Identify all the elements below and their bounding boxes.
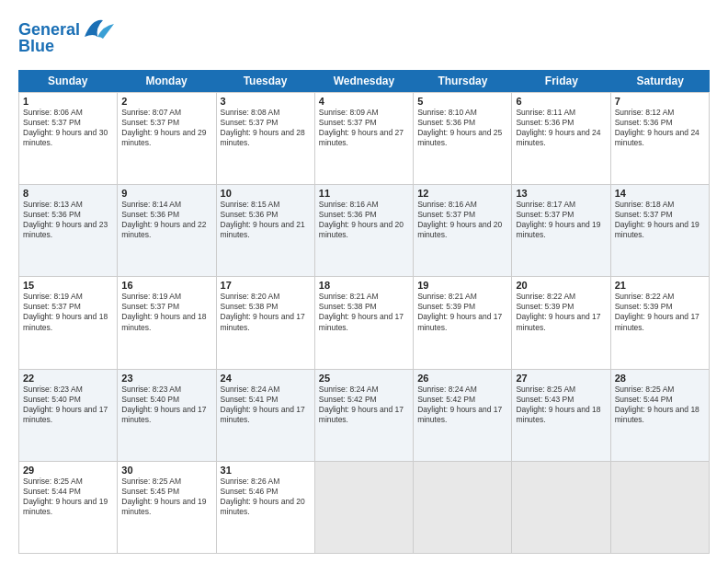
sunrise: Sunrise: 8:16 AM [417, 200, 507, 210]
sunrise: Sunrise: 8:14 AM [121, 200, 211, 210]
sunrise: Sunrise: 8:22 AM [516, 292, 606, 302]
sunrise: Sunrise: 8:13 AM [23, 200, 113, 210]
calendar-cell: 16Sunrise: 8:19 AMSunset: 5:37 PMDayligh… [118, 277, 216, 369]
daylight: Daylight: 9 hours and 18 minutes. [516, 405, 606, 425]
header-day-saturday: Saturday [611, 70, 710, 92]
sunrise: Sunrise: 8:06 AM [23, 108, 113, 118]
day-number: 25 [319, 373, 409, 384]
calendar-cell [611, 462, 710, 554]
sunrise: Sunrise: 8:10 AM [417, 108, 507, 118]
sunset: Sunset: 5:39 PM [516, 302, 606, 312]
calendar-cell: 7Sunrise: 8:12 AMSunset: 5:36 PMDaylight… [611, 93, 710, 185]
day-number: 26 [417, 373, 507, 384]
daylight: Daylight: 9 hours and 30 minutes. [23, 128, 113, 148]
sunrise: Sunrise: 8:19 AM [23, 292, 113, 302]
daylight: Daylight: 9 hours and 25 minutes. [417, 128, 507, 148]
day-number: 16 [121, 280, 211, 291]
sunrise: Sunrise: 8:25 AM [615, 385, 705, 395]
calendar-row: 8Sunrise: 8:13 AMSunset: 5:36 PMDaylight… [19, 185, 710, 277]
sunset: Sunset: 5:37 PM [23, 118, 113, 128]
page: General Blue SundayMondayTuesdayWednesda… [0, 0, 728, 563]
daylight: Daylight: 9 hours and 20 minutes. [221, 497, 311, 517]
calendar-cell: 13Sunrise: 8:17 AMSunset: 5:37 PMDayligh… [512, 185, 610, 277]
sunset: Sunset: 5:40 PM [121, 395, 211, 405]
day-number: 31 [221, 465, 311, 476]
day-number: 30 [121, 465, 211, 476]
sunrise: Sunrise: 8:07 AM [121, 108, 211, 118]
sunset: Sunset: 5:45 PM [121, 487, 211, 497]
daylight: Daylight: 9 hours and 20 minutes. [319, 220, 409, 240]
day-number: 22 [23, 373, 113, 384]
sunset: Sunset: 5:44 PM [615, 395, 705, 405]
calendar-cell: 6Sunrise: 8:11 AMSunset: 5:36 PMDaylight… [512, 93, 610, 185]
sunrise: Sunrise: 8:08 AM [221, 108, 311, 118]
calendar-cell: 8Sunrise: 8:13 AMSunset: 5:36 PMDaylight… [19, 185, 118, 277]
sunrise: Sunrise: 8:09 AM [319, 108, 409, 118]
calendar-row: 15Sunrise: 8:19 AMSunset: 5:37 PMDayligh… [19, 277, 710, 369]
logo: General Blue [18, 15, 119, 61]
day-number: 29 [23, 465, 113, 476]
calendar-cell: 1Sunrise: 8:06 AMSunset: 5:37 PMDaylight… [19, 93, 118, 185]
sunrise: Sunrise: 8:25 AM [121, 477, 211, 487]
day-number: 15 [23, 280, 113, 291]
calendar-cell: 21Sunrise: 8:22 AMSunset: 5:39 PMDayligh… [611, 277, 710, 369]
sunset: Sunset: 5:37 PM [319, 118, 409, 128]
daylight: Daylight: 9 hours and 22 minutes. [121, 220, 211, 240]
sunrise: Sunrise: 8:18 AM [615, 200, 705, 210]
day-number: 12 [417, 188, 507, 199]
day-number: 11 [319, 188, 409, 199]
sunset: Sunset: 5:37 PM [221, 118, 311, 128]
calendar-header: SundayMondayTuesdayWednesdayThursdayFrid… [18, 70, 710, 92]
sunset: Sunset: 5:37 PM [417, 210, 507, 220]
calendar-cell: 20Sunrise: 8:22 AMSunset: 5:39 PMDayligh… [512, 277, 610, 369]
calendar-cell [315, 462, 414, 554]
daylight: Daylight: 9 hours and 19 minutes. [121, 497, 211, 517]
sunset: Sunset: 5:38 PM [319, 302, 409, 312]
sunrise: Sunrise: 8:23 AM [121, 385, 211, 395]
day-number: 8 [23, 188, 113, 199]
day-number: 18 [319, 280, 409, 291]
day-number: 20 [516, 280, 606, 291]
calendar: SundayMondayTuesdayWednesdayThursdayFrid… [18, 70, 710, 554]
sunrise: Sunrise: 8:21 AM [319, 292, 409, 302]
calendar-cell: 25Sunrise: 8:24 AMSunset: 5:42 PMDayligh… [315, 370, 414, 462]
daylight: Daylight: 9 hours and 17 minutes. [516, 312, 606, 332]
daylight: Daylight: 9 hours and 28 minutes. [221, 128, 311, 148]
day-number: 1 [23, 96, 113, 107]
sunset: Sunset: 5:36 PM [221, 210, 311, 220]
sunset: Sunset: 5:37 PM [516, 210, 606, 220]
calendar-cell: 31Sunrise: 8:26 AMSunset: 5:46 PMDayligh… [217, 462, 315, 554]
logo-text: General Blue [18, 15, 119, 61]
calendar-row: 29Sunrise: 8:25 AMSunset: 5:44 PMDayligh… [19, 462, 710, 554]
daylight: Daylight: 9 hours and 17 minutes. [121, 405, 211, 425]
sunset: Sunset: 5:40 PM [23, 395, 113, 405]
sunset: Sunset: 5:37 PM [23, 302, 113, 312]
header-day-sunday: Sunday [18, 70, 117, 92]
calendar-cell: 10Sunrise: 8:15 AMSunset: 5:36 PMDayligh… [217, 185, 315, 277]
calendar-cell: 19Sunrise: 8:21 AMSunset: 5:39 PMDayligh… [414, 277, 512, 369]
sunset: Sunset: 5:42 PM [319, 395, 409, 405]
svg-text:Blue: Blue [18, 37, 54, 55]
daylight: Daylight: 9 hours and 21 minutes. [221, 220, 311, 240]
daylight: Daylight: 9 hours and 20 minutes. [417, 220, 507, 240]
sunrise: Sunrise: 8:26 AM [221, 477, 311, 487]
calendar-cell: 14Sunrise: 8:18 AMSunset: 5:37 PMDayligh… [611, 185, 710, 277]
daylight: Daylight: 9 hours and 17 minutes. [319, 405, 409, 425]
sunset: Sunset: 5:37 PM [121, 302, 211, 312]
calendar-row: 1Sunrise: 8:06 AMSunset: 5:37 PMDaylight… [19, 93, 710, 185]
calendar-cell: 30Sunrise: 8:25 AMSunset: 5:45 PMDayligh… [118, 462, 216, 554]
header-day-tuesday: Tuesday [216, 70, 314, 92]
sunset: Sunset: 5:36 PM [417, 118, 507, 128]
day-number: 28 [615, 373, 705, 384]
day-number: 5 [417, 96, 507, 107]
daylight: Daylight: 9 hours and 19 minutes. [516, 220, 606, 240]
sunrise: Sunrise: 8:21 AM [417, 292, 507, 302]
calendar-cell: 2Sunrise: 8:07 AMSunset: 5:37 PMDaylight… [118, 93, 216, 185]
day-number: 27 [516, 373, 606, 384]
day-number: 17 [221, 280, 311, 291]
calendar-cell: 17Sunrise: 8:20 AMSunset: 5:38 PMDayligh… [217, 277, 315, 369]
day-number: 23 [121, 373, 211, 384]
calendar-cell [512, 462, 610, 554]
daylight: Daylight: 9 hours and 18 minutes. [23, 312, 113, 332]
daylight: Daylight: 9 hours and 17 minutes. [319, 312, 409, 332]
